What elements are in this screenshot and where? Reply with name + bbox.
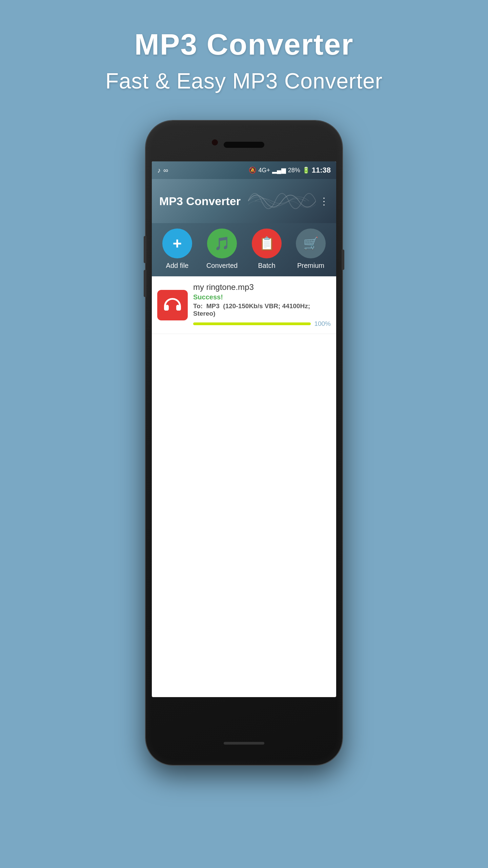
- file-list-item[interactable]: my ringtone.mp3 Success! To: MP3 (120-15…: [152, 276, 336, 334]
- volume-up-button: [144, 236, 146, 263]
- status-bar: ♪ ∞ 🔕 4G+ ▂▄▆ 28% 🔋 11:38: [152, 161, 336, 179]
- progress-percentage: 100%: [314, 320, 331, 328]
- file-info: my ringtone.mp3 Success! To: MP3 (120-15…: [193, 282, 331, 328]
- plus-icon: +: [173, 234, 182, 253]
- action-row: + Add file 🎵 Converted 📋 Batch 🛒: [152, 223, 336, 276]
- header-wave-decoration: [248, 179, 316, 223]
- file-icon-box: [157, 290, 188, 320]
- status-left: ♪ ∞: [157, 166, 168, 174]
- file-name: my ringtone.mp3: [193, 282, 331, 292]
- add-file-circle: +: [162, 229, 192, 258]
- converted-label: Converted: [206, 262, 238, 270]
- batch-button[interactable]: 📋 Batch: [252, 229, 282, 270]
- file-details: To: MP3 (120-150Kb/s VBR; 44100Hz; Stere…: [193, 302, 331, 317]
- power-button: [342, 250, 344, 270]
- volume-down-button: [144, 270, 146, 297]
- batch-list-icon: 📋: [259, 236, 275, 251]
- status-right: 🔕 4G+ ▂▄▆ 28% 🔋 11:38: [249, 166, 331, 175]
- progress-container: 100%: [193, 320, 331, 328]
- home-nav-bar: [224, 742, 264, 745]
- phone-screen: ♪ ∞ 🔕 4G+ ▂▄▆ 28% 🔋 11:38: [152, 161, 336, 697]
- battery-pct: 28%: [288, 167, 300, 174]
- add-file-label: Add file: [166, 262, 189, 270]
- file-status: Success!: [193, 293, 331, 301]
- premium-button[interactable]: 🛒 Premium: [296, 229, 326, 270]
- music-icon: ♪: [157, 166, 161, 174]
- progress-bar-fill: [193, 322, 311, 325]
- file-music-icon: 🎵: [214, 236, 230, 251]
- battery-icon: 🔋: [302, 166, 310, 174]
- app-header: MP3 Converter ⋮: [152, 179, 336, 223]
- premium-label: Premium: [297, 262, 324, 270]
- hero-subtitle: Fast & Easy MP3 Converter: [105, 68, 383, 94]
- format-value: MP3: [206, 302, 220, 310]
- phone-speaker: [224, 142, 264, 148]
- batch-label: Batch: [258, 262, 276, 270]
- converted-button[interactable]: 🎵 Converted: [206, 229, 238, 270]
- network-label: 4G+: [258, 167, 270, 174]
- batch-circle: 📋: [252, 229, 282, 258]
- clock: 11:38: [312, 166, 331, 175]
- overflow-menu-icon[interactable]: ⋮: [319, 196, 329, 207]
- phone-mockup: ♪ ∞ 🔕 4G+ ▂▄▆ 28% 🔋 11:38: [146, 121, 342, 765]
- front-camera: [212, 139, 218, 145]
- converted-circle: 🎵: [207, 229, 237, 258]
- infinity-icon: ∞: [163, 166, 168, 174]
- content-area: my ringtone.mp3 Success! To: MP3 (120-15…: [152, 276, 336, 334]
- hero-title: MP3 Converter: [134, 27, 353, 62]
- cart-icon: 🛒: [303, 236, 319, 251]
- sim-icon: 🔕: [249, 166, 256, 174]
- signal-bars: ▂▄▆: [272, 166, 286, 174]
- add-file-button[interactable]: + Add file: [162, 229, 192, 270]
- premium-circle: 🛒: [296, 229, 326, 258]
- progress-bar-background: [193, 322, 311, 325]
- format-label: To:: [193, 302, 203, 310]
- app-title: MP3 Converter: [159, 195, 241, 208]
